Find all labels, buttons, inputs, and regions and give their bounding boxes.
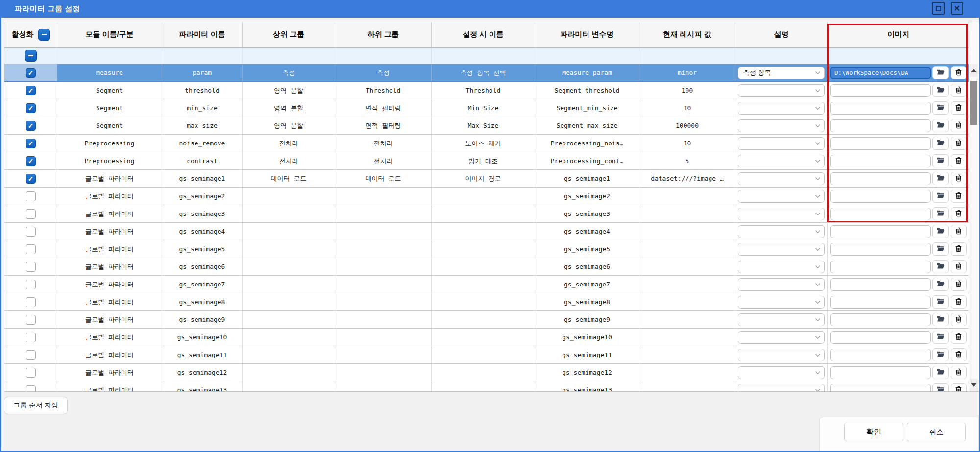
cell-lower-group[interactable]	[335, 381, 432, 392]
delete-image-button[interactable]	[951, 242, 967, 256]
image-path-input[interactable]	[830, 349, 931, 361]
cell-param-name[interactable]: gs_semimage10	[162, 329, 243, 346]
cell-display-name[interactable]	[432, 276, 535, 293]
browse-folder-button[interactable]	[932, 383, 949, 392]
table-row[interactable]: 글로벌 파라미터 gs_semimage6 gs_semimage6	[4, 258, 969, 276]
cell-param-name[interactable]: min_size	[162, 99, 243, 117]
description-dropdown[interactable]	[738, 243, 825, 256]
delete-image-button[interactable]	[951, 137, 967, 150]
cell-recipe-value[interactable]	[639, 223, 735, 240]
table-row[interactable]: ✓ Measure param 측정 측정 측정 항목 선택 Measure_p…	[4, 64, 969, 82]
row-checkbox[interactable]: ✓	[26, 86, 36, 95]
browse-folder-button[interactable]	[932, 66, 949, 79]
cell-recipe-value[interactable]	[639, 293, 735, 311]
cell-recipe-value[interactable]	[639, 381, 735, 392]
image-path-input[interactable]	[830, 278, 931, 291]
table-row[interactable]: 글로벌 파라미터 gs_semimage9 gs_semimage9	[4, 311, 969, 329]
image-path-input[interactable]	[830, 208, 931, 220]
browse-folder-button[interactable]	[932, 119, 949, 132]
image-path-input[interactable]	[830, 84, 931, 97]
table-row[interactable]: 글로벌 파라미터 gs_semimage7 gs_semimage7	[4, 276, 969, 293]
cell-display-name[interactable]	[432, 188, 535, 205]
image-path-input[interactable]	[830, 331, 931, 344]
cell-param-name[interactable]: contrast	[162, 152, 243, 170]
cell-lower-group[interactable]: 전처리	[335, 135, 432, 152]
row-checkbox[interactable]	[26, 244, 36, 254]
cell-variable[interactable]: Segment_threshold	[535, 82, 639, 99]
cancel-button[interactable]: 취소	[907, 423, 966, 441]
cell-lower-group[interactable]	[335, 346, 432, 364]
cell-param-name[interactable]: gs_semimage3	[162, 205, 243, 223]
cell-display-name[interactable]: Min Size	[432, 99, 535, 117]
image-path-input[interactable]	[830, 366, 931, 379]
delete-image-button[interactable]	[951, 190, 967, 203]
cell-param-name[interactable]: max_size	[162, 117, 243, 135]
image-path-input[interactable]	[830, 225, 931, 238]
image-path-input[interactable]	[830, 296, 931, 309]
image-path-input[interactable]	[830, 137, 931, 150]
cell-param-name[interactable]: gs_semimage6	[162, 258, 243, 276]
description-dropdown[interactable]	[738, 190, 825, 203]
browse-folder-button[interactable]	[932, 207, 949, 220]
row-checkbox[interactable]	[26, 385, 36, 392]
cell-recipe-value[interactable]	[639, 240, 735, 258]
cell-display-name[interactable]: 노이즈 제거	[432, 135, 535, 152]
image-path-input[interactable]	[830, 119, 931, 132]
browse-folder-button[interactable]	[932, 225, 949, 238]
row-checkbox[interactable]: ✓	[26, 121, 36, 131]
delete-image-button[interactable]	[951, 348, 967, 361]
description-dropdown[interactable]	[738, 384, 825, 392]
delete-image-button[interactable]	[951, 313, 967, 326]
row-checkbox[interactable]	[26, 280, 36, 289]
browse-folder-button[interactable]	[932, 260, 949, 273]
description-dropdown[interactable]	[738, 278, 825, 291]
cell-upper-group[interactable]: 전처리	[243, 152, 335, 170]
delete-image-button[interactable]	[951, 101, 967, 115]
table-row[interactable]: 글로벌 파라미터 gs_semimage10 gs_semimage10	[4, 329, 969, 346]
cell-variable[interactable]: Measure_param	[535, 64, 639, 82]
browse-folder-button[interactable]	[932, 101, 949, 115]
cell-variable[interactable]: gs_semimage6	[535, 258, 639, 276]
description-dropdown[interactable]	[738, 208, 825, 220]
cell-recipe-value[interactable]: dataset:///?image_…	[639, 170, 735, 188]
description-dropdown[interactable]	[738, 172, 825, 185]
cell-display-name[interactable]	[432, 364, 535, 381]
delete-image-button[interactable]	[951, 119, 967, 132]
delete-image-button[interactable]	[951, 225, 967, 238]
image-path-input[interactable]: D:\WorkSpace\Docs\DA	[830, 67, 931, 79]
cell-recipe-value[interactable]	[639, 364, 735, 381]
row-checkbox[interactable]	[26, 297, 36, 307]
table-row[interactable]: 글로벌 파라미터 gs_semimage8 gs_semimage8	[4, 293, 969, 311]
cell-module[interactable]: Segment	[57, 99, 162, 117]
delete-image-button[interactable]	[951, 278, 967, 291]
cell-upper-group[interactable]: 영역 분할	[243, 82, 335, 99]
description-dropdown[interactable]	[738, 225, 825, 238]
cell-variable[interactable]: gs_semimage1	[535, 170, 639, 188]
cell-upper-group[interactable]	[243, 329, 335, 346]
maximize-button[interactable]	[932, 2, 945, 15]
row-checkbox[interactable]	[26, 227, 36, 237]
cell-display-name[interactable]	[432, 293, 535, 311]
scrollbar-thumb[interactable]	[970, 81, 977, 125]
row-checkbox[interactable]: ✓	[26, 174, 36, 184]
scroll-down-button[interactable]	[970, 379, 978, 391]
row-checkbox[interactable]	[26, 191, 36, 201]
cell-display-name[interactable]	[432, 223, 535, 240]
cell-recipe-value[interactable]: 100000	[639, 117, 735, 135]
cell-module[interactable]: Segment	[57, 82, 162, 99]
description-dropdown[interactable]: 측정 항목	[738, 67, 825, 79]
cell-recipe-value[interactable]: 10	[639, 135, 735, 152]
browse-folder-button[interactable]	[932, 242, 949, 256]
cell-module[interactable]: 글로벌 파라미터	[57, 223, 162, 240]
browse-folder-button[interactable]	[932, 331, 949, 344]
cell-module[interactable]: 글로벌 파라미터	[57, 170, 162, 188]
cell-module[interactable]: Preprocessing	[57, 135, 162, 152]
browse-folder-button[interactable]	[932, 313, 949, 326]
delete-image-button[interactable]	[951, 331, 967, 344]
browse-folder-button[interactable]	[932, 190, 949, 203]
cell-lower-group[interactable]	[335, 329, 432, 346]
description-dropdown[interactable]	[738, 296, 825, 309]
scroll-up-button[interactable]	[970, 64, 978, 77]
cell-param-name[interactable]: noise_remove	[162, 135, 243, 152]
delete-image-button[interactable]	[951, 84, 967, 97]
